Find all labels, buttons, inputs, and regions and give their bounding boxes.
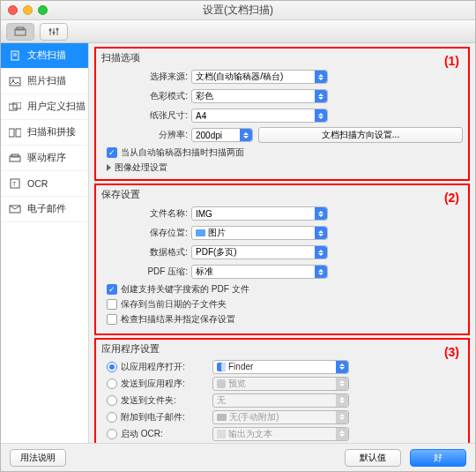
main-panel: 扫描选项 (1) 选择来源: 文档(自动输稿器/稿台) 色彩模式: 彩色 纸张尺… xyxy=(89,43,475,449)
toolbar xyxy=(1,20,475,43)
resolution-label: 分辨率: xyxy=(101,129,191,141)
duplex-checkbox[interactable] xyxy=(107,147,117,158)
sidebar-item-email[interactable]: 电子邮件 xyxy=(1,197,88,222)
paper-select[interactable]: A4 xyxy=(191,109,328,123)
svg-point-7 xyxy=(56,27,59,30)
window-title: 设置(文档扫描) xyxy=(1,3,475,18)
section-number: (3) xyxy=(444,345,459,359)
svg-rect-11 xyxy=(10,78,20,86)
footer: 用法说明 默认值 好 xyxy=(1,443,475,471)
send-to-app-radio[interactable] xyxy=(107,378,117,389)
svg-rect-15 xyxy=(9,129,14,137)
chevron-updown-icon xyxy=(336,394,348,407)
color-select[interactable]: 彩色 xyxy=(191,89,328,103)
open-with-select[interactable]: Finder xyxy=(212,360,349,374)
send-to-folder-select[interactable]: 无 xyxy=(212,393,349,408)
scanner-icon xyxy=(14,26,26,37)
open-with-radio[interactable] xyxy=(107,362,117,372)
check-results-checkbox[interactable] xyxy=(107,314,117,325)
chevron-updown-icon xyxy=(315,109,327,122)
paper-label: 纸张尺寸: xyxy=(101,109,191,122)
sidebar-item-custom-scan[interactable]: 用户定义扫描 xyxy=(1,94,88,120)
location-select[interactable]: 图片 xyxy=(191,226,328,240)
svg-point-5 xyxy=(49,28,52,31)
send-to-app-select[interactable]: 预览 xyxy=(212,377,349,391)
sidebar-item-label: 文档扫描 xyxy=(27,49,66,62)
start-ocr-radio[interactable] xyxy=(107,429,117,439)
ocr-icon: T xyxy=(8,178,21,189)
titlebar: 设置(文档扫描) xyxy=(1,1,475,20)
pdf-keyword-checkbox[interactable] xyxy=(107,284,117,295)
chevron-updown-icon xyxy=(336,428,348,440)
finder-icon xyxy=(217,363,226,371)
svg-rect-16 xyxy=(16,129,21,137)
settings-window: 设置(文档扫描) 文档扫描 照片扫描 用户定义扫描 扫描和拼 xyxy=(0,0,476,472)
folder-icon xyxy=(196,229,205,236)
send-to-app-label: 发送到应用程序: xyxy=(121,378,209,390)
section-number: (1) xyxy=(444,54,459,68)
section-title: 保存设置 xyxy=(101,189,463,201)
svg-rect-24 xyxy=(217,430,226,438)
ok-button[interactable]: 好 xyxy=(410,449,466,467)
format-select[interactable]: PDF(多页) xyxy=(191,245,328,259)
send-to-folder-radio[interactable] xyxy=(107,395,117,406)
section-title: 应用程序设置 xyxy=(101,343,463,356)
compression-select[interactable]: 标准 xyxy=(191,265,328,279)
sidebar-item-label: 驱动程序 xyxy=(27,152,66,164)
sidebar-item-ocr[interactable]: T OCR xyxy=(1,171,88,197)
svg-rect-23 xyxy=(217,379,226,388)
svg-rect-22 xyxy=(221,363,226,371)
chevron-updown-icon xyxy=(315,266,327,278)
document-icon xyxy=(8,50,21,61)
sidebar-item-label: 用户定义扫描 xyxy=(27,101,86,113)
source-select[interactable]: 文档(自动输稿器/稿台) xyxy=(191,70,328,84)
triangle-right-icon xyxy=(107,164,111,171)
chevron-updown-icon xyxy=(240,129,252,141)
chevron-updown-icon xyxy=(336,378,348,390)
sidebar-item-label: 扫描和拼接 xyxy=(27,126,76,139)
email-icon xyxy=(8,204,21,214)
sidebar-item-photo-scan[interactable]: 照片扫描 xyxy=(1,69,88,94)
location-label: 保存位置: xyxy=(101,227,191,239)
resolution-select[interactable]: 200dpi xyxy=(191,128,253,142)
sidebar-item-label: 电子邮件 xyxy=(27,203,66,215)
chevron-updown-icon xyxy=(315,71,327,83)
instructions-button[interactable]: 用法说明 xyxy=(10,449,66,467)
section-number: (2) xyxy=(444,191,459,205)
date-subfolder-label: 保存到当前日期的子文件夹 xyxy=(121,298,227,311)
start-ocr-select[interactable]: 输出为文本 xyxy=(212,427,349,441)
driver-icon xyxy=(8,153,21,163)
scan-options-section: 扫描选项 (1) 选择来源: 文档(自动输稿器/稿台) 色彩模式: 彩色 纸张尺… xyxy=(94,47,470,181)
content: 文档扫描 照片扫描 用户定义扫描 扫描和拼接 驱动程序 T OCR xyxy=(1,43,475,449)
save-settings-section: 保存设置 (2) 文件名称: IMG 保存位置: 图片 数据格式: PDF(多页… xyxy=(94,184,470,335)
pdf-keyword-label: 创建支持关键字搜索的 PDF 文件 xyxy=(121,283,249,296)
toolbar-scan-button[interactable] xyxy=(6,23,34,41)
date-subfolder-checkbox[interactable] xyxy=(107,299,117,310)
sidebar-item-stitch[interactable]: 扫描和拼接 xyxy=(1,120,88,146)
sidebar-item-driver[interactable]: 驱动程序 xyxy=(1,146,88,171)
source-label: 选择来源: xyxy=(101,71,191,83)
attach-email-select[interactable]: 无(手动附加) xyxy=(212,410,349,424)
custom-icon xyxy=(8,101,21,112)
chevron-updown-icon xyxy=(336,361,348,373)
image-processing-disclosure[interactable]: 图像处理设置 xyxy=(107,161,463,174)
duplex-label: 当从自动输稿器扫描时扫描两面 xyxy=(121,146,244,159)
toolbar-prefs-button[interactable] xyxy=(40,23,68,41)
start-ocr-label: 启动 OCR: xyxy=(121,428,209,440)
defaults-button[interactable]: 默认值 xyxy=(345,449,401,467)
folder-icon xyxy=(217,414,227,421)
text-icon xyxy=(217,430,226,438)
format-label: 数据格式: xyxy=(101,246,191,258)
svg-point-6 xyxy=(53,31,56,34)
sidebar-item-label: 照片扫描 xyxy=(27,75,66,87)
compression-label: PDF 压缩: xyxy=(101,266,191,278)
chevron-updown-icon xyxy=(315,246,327,258)
stitch-icon xyxy=(8,127,21,138)
chevron-updown-icon xyxy=(315,90,327,102)
orientation-button[interactable]: 文档扫描方向设置... xyxy=(258,127,463,143)
filename-field[interactable]: IMG xyxy=(191,206,328,221)
sidebar-item-document-scan[interactable]: 文档扫描 xyxy=(1,43,88,69)
sidebar-item-label: OCR xyxy=(27,178,48,189)
attach-email-radio[interactable] xyxy=(107,412,117,423)
chevron-updown-icon xyxy=(315,227,327,239)
